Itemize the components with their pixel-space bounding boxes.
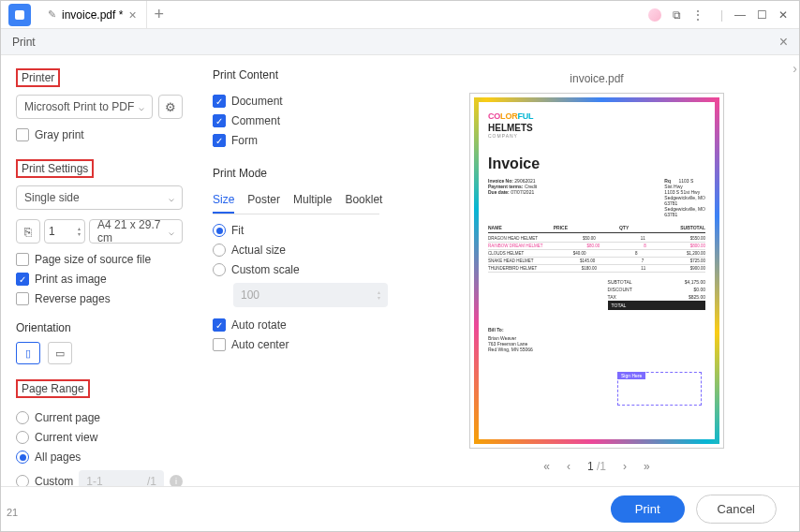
pager-next-icon[interactable]: ›	[623, 460, 627, 473]
document-checkbox[interactable]: ✓Document	[213, 95, 379, 108]
comment-checkbox[interactable]: ✓Comment	[213, 114, 379, 127]
minimize-icon[interactable]: —	[734, 8, 746, 22]
tab-poster[interactable]: Poster	[247, 193, 280, 214]
tab-title: invoice.pdf *	[62, 8, 123, 22]
printer-heading: Printer	[16, 68, 60, 87]
current-page-radio[interactable]: Current page	[16, 411, 183, 424]
add-tab-button[interactable]: +	[147, 5, 172, 24]
pager-first-icon[interactable]: «	[543, 460, 550, 473]
logo: COLORFUL	[488, 111, 705, 121]
auto-center-checkbox[interactable]: Auto center	[213, 338, 379, 351]
status-number: 21	[7, 507, 18, 518]
custom-scale-radio[interactable]: Custom scale	[213, 263, 379, 276]
print-settings-heading: Print Settings	[16, 159, 94, 178]
form-checkbox[interactable]: ✓Form	[213, 134, 379, 147]
orientation-landscape[interactable]: ▭	[48, 342, 72, 364]
stepper-down-icon[interactable]: ▾	[78, 231, 81, 237]
tab-size[interactable]: Size	[213, 193, 234, 214]
signature-box[interactable]: Sign Here	[617, 372, 702, 406]
close-tab-icon[interactable]: ×	[128, 7, 136, 22]
invoice-heading: Invoice	[488, 155, 705, 172]
print-mode-heading: Print Mode	[213, 167, 379, 180]
side-panel-toggle-icon[interactable]: ›	[793, 61, 797, 76]
scale-input: 100▴▾	[233, 283, 388, 307]
maximize-icon[interactable]: ☐	[757, 8, 767, 22]
tab-multiple[interactable]: Multiple	[293, 193, 332, 214]
chevron-down-icon: ⌵	[139, 102, 144, 112]
chevron-down-icon: ⌵	[169, 193, 174, 203]
page-size-source-checkbox[interactable]: Page size of source file	[16, 253, 183, 266]
printer-select[interactable]: Microsoft Print to PDF ⌵	[16, 95, 153, 119]
copies-icon: ⎘	[16, 219, 40, 244]
printer-properties-button[interactable]: ⚙	[158, 95, 183, 119]
gear-icon: ⚙	[165, 100, 176, 114]
account-icon[interactable]	[648, 8, 661, 22]
copies-input[interactable]: 1▴▾	[44, 219, 85, 244]
cancel-button[interactable]: Cancel	[696, 495, 777, 524]
gray-print-checkbox[interactable]: Gray print	[16, 128, 183, 141]
share-icon[interactable]: ⧉	[673, 8, 681, 22]
dialog-title: Print	[12, 36, 36, 49]
print-button[interactable]: Print	[611, 495, 685, 523]
current-view-radio[interactable]: Current view	[16, 431, 183, 444]
print-content-heading: Print Content	[213, 68, 379, 81]
page-range-heading: Page Range	[16, 379, 90, 398]
fit-radio[interactable]: Fit	[213, 224, 379, 237]
preview-title: invoice.pdf	[570, 72, 623, 85]
duplex-select[interactable]: Single side⌵	[16, 185, 183, 210]
reverse-pages-checkbox[interactable]: Reverse pages	[16, 292, 183, 305]
chevron-down-icon: ⌵	[169, 227, 174, 237]
titlebar: ✎ invoice.pdf * × + ⧉ ⋮ | — ☐ ✕	[1, 1, 799, 29]
tab-booklet[interactable]: Booklet	[345, 193, 382, 214]
print-as-image-checkbox[interactable]: ✓Print as image	[16, 273, 183, 286]
orientation-heading: Orientation	[16, 321, 183, 334]
auto-rotate-checkbox[interactable]: ✓Auto rotate	[213, 318, 379, 332]
dialog-header: Print ×	[1, 29, 799, 55]
print-preview: COLORFUL HELMETS COMPANY Invoice Invoice…	[469, 93, 724, 449]
actual-size-radio[interactable]: Actual size	[213, 244, 379, 257]
dialog-close-icon[interactable]: ×	[779, 34, 788, 51]
document-tab[interactable]: ✎ invoice.pdf * ×	[38, 1, 147, 28]
save-indicator-icon: ✎	[48, 8, 56, 21]
close-window-icon[interactable]: ✕	[778, 8, 788, 22]
app-icon	[8, 4, 31, 26]
pager: « ‹ 1 /1 › »	[543, 460, 649, 473]
print-mode-tabs: Size Poster Multiple Booklet	[213, 193, 379, 214]
pager-prev-icon[interactable]: ‹	[567, 460, 570, 473]
paper-size-select[interactable]: A4 21 x 29.7 cm⌵	[89, 219, 183, 244]
pager-last-icon[interactable]: »	[644, 460, 650, 473]
dialog-footer: Print Cancel	[1, 486, 799, 531]
menu-icon[interactable]: ⋮	[692, 8, 704, 22]
orientation-portrait[interactable]: ▯	[16, 342, 40, 364]
all-pages-radio[interactable]: All pages	[16, 451, 183, 464]
